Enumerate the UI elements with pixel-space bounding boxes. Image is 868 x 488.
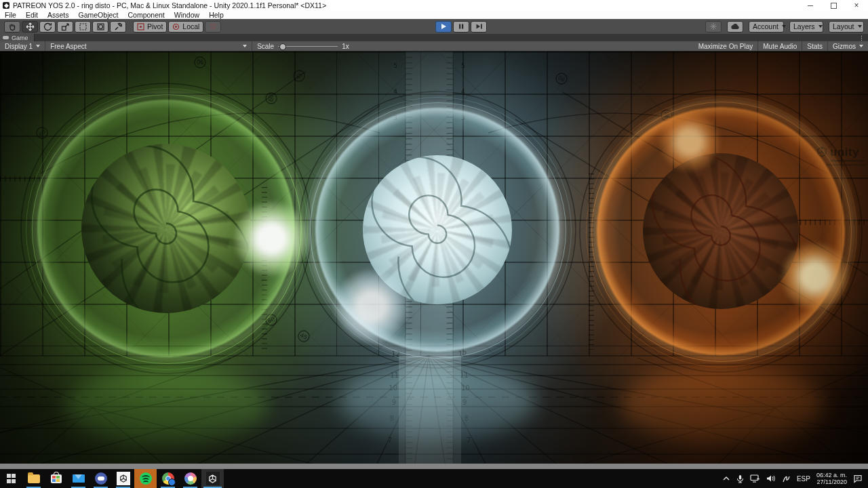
transform-tool-button[interactable]: [92, 21, 108, 33]
taskbar-mail[interactable]: [67, 469, 90, 488]
network-display-icon[interactable]: [750, 474, 760, 483]
wrench-icon: [114, 22, 123, 31]
rect-tool-button[interactable]: [75, 21, 91, 33]
hand-icon: [8, 22, 17, 31]
game-tab-label: Game: [12, 35, 28, 41]
scale-icon: [61, 22, 70, 31]
layout-label: Layout: [833, 22, 854, 30]
maximize-on-play-label: Maximize On Play: [698, 43, 753, 50]
cloud-button[interactable]: [727, 21, 743, 33]
windows-start-icon: [7, 474, 16, 483]
clock-date: 27/11/2020: [816, 479, 847, 485]
rect-icon: [79, 22, 87, 31]
window-title: PATREON YOS 2.0 - ring disto - PC, Mac &…: [13, 1, 326, 9]
pivot-toggle-button[interactable]: Pivot: [133, 21, 167, 33]
account-label: Account: [753, 22, 778, 30]
system-tray: ESP 06:42 a. m. 27/11/2020: [722, 469, 868, 488]
scale-tool-button[interactable]: [57, 21, 73, 33]
unity-toolbar: Pivot Local: [0, 19, 868, 35]
maximize-on-play-toggle[interactable]: Maximize On Play: [694, 41, 758, 51]
gizmos-dropdown[interactable]: Gizmos: [828, 41, 868, 51]
menu-bar: File Edit Assets GameObject Component Wi…: [0, 11, 868, 19]
chevron-down-icon: [36, 45, 40, 47]
taskbar-discord[interactable]: [90, 469, 112, 488]
mute-audio-toggle[interactable]: Mute Audio: [758, 41, 802, 51]
play-button[interactable]: [435, 21, 452, 33]
mail-icon: [73, 474, 85, 483]
file-explorer-icon: [28, 474, 40, 483]
step-icon: [475, 23, 483, 30]
clock[interactable]: 06:42 a. m. 27/11/2020: [816, 472, 847, 485]
game-viewport[interactable]: 5 5 4 4 3 3 12 12 11 11 10 10 9 9 8 8 7 …: [0, 52, 868, 464]
chrome-icon: [162, 472, 174, 485]
mute-audio-label: Mute Audio: [763, 43, 797, 50]
grid-snap-icon: [209, 22, 217, 30]
spotify-icon: [140, 472, 152, 485]
taskbar-spotify[interactable]: [134, 469, 157, 488]
taskbar-chrome[interactable]: [157, 469, 179, 488]
custom-tool-button[interactable]: [110, 21, 126, 33]
layers-dropdown[interactable]: Layers: [789, 21, 823, 33]
window-title-bar: PATREON YOS 2.0 - ring disto - PC, Mac &…: [0, 0, 868, 11]
hand-tool-button[interactable]: [4, 21, 20, 33]
menu-assets[interactable]: Assets: [43, 11, 74, 19]
pause-icon: [458, 23, 465, 30]
menu-file[interactable]: File: [0, 11, 21, 19]
display-dropdown[interactable]: Display 1: [0, 41, 45, 51]
menu-window[interactable]: Window: [170, 11, 204, 19]
paint-app-icon: [184, 472, 197, 485]
tab-menu-kebab[interactable]: ⋮: [859, 35, 868, 41]
windows-taskbar: ESP 06:42 a. m. 27/11/2020: [0, 469, 868, 488]
menu-help[interactable]: Help: [204, 11, 229, 19]
microphone-icon[interactable]: [736, 474, 744, 483]
aspect-dropdown-label: Free Aspect: [50, 43, 86, 50]
action-center-icon[interactable]: [853, 474, 863, 483]
scale-slider-track[interactable]: [278, 46, 338, 47]
chevron-down-icon: [818, 25, 823, 28]
taskbar-unity-editor[interactable]: [201, 469, 224, 488]
pause-button[interactable]: [453, 21, 469, 33]
stats-toggle[interactable]: Stats: [802, 41, 827, 51]
rotate-icon: [43, 22, 52, 31]
close-button[interactable]: ×: [845, 0, 868, 11]
restore-icon: [831, 3, 837, 9]
layout-dropdown[interactable]: Layout: [829, 21, 864, 33]
aspect-dropdown[interactable]: Free Aspect: [45, 41, 252, 51]
local-toggle-button[interactable]: Local: [168, 21, 203, 33]
menu-gameobject[interactable]: GameObject: [74, 11, 123, 19]
volume-icon[interactable]: [766, 474, 776, 483]
display-dropdown-label: Display 1: [5, 43, 33, 50]
scale-slider-handle[interactable]: [279, 43, 286, 50]
taskbar-microsoft-store[interactable]: [45, 469, 67, 488]
minimize-icon: [808, 5, 813, 6]
language-indicator[interactable]: ESP: [797, 475, 810, 483]
grid-snap-button: [205, 21, 221, 33]
cloud-icon: [730, 23, 740, 30]
discord-icon: [95, 472, 107, 485]
tray-expand-chevron[interactable]: [722, 475, 730, 482]
pen-app-icon[interactable]: [782, 474, 791, 483]
close-icon: ×: [854, 1, 859, 9]
tab-game[interactable]: Game: [0, 34, 35, 41]
restore-button[interactable]: [822, 0, 845, 11]
menu-component[interactable]: Component: [123, 11, 169, 19]
chevron-down-icon: [243, 45, 247, 47]
gamepad-icon: [3, 36, 9, 39]
taskbar-file-explorer[interactable]: [22, 469, 45, 488]
move-tool-button[interactable]: [22, 21, 38, 33]
rotate-tool-button[interactable]: [39, 21, 56, 33]
menu-edit[interactable]: Edit: [21, 11, 43, 19]
scale-control: Scale 1x: [252, 41, 354, 51]
transform-icon: [96, 22, 105, 31]
play-icon: [440, 23, 447, 30]
chevron-down-icon: [782, 25, 786, 28]
taskbar-paint-app[interactable]: [179, 469, 201, 488]
scale-label: Scale: [257, 43, 274, 50]
account-dropdown[interactable]: Account: [749, 21, 784, 33]
start-button[interactable]: [0, 469, 22, 488]
local-label: Local: [182, 22, 199, 30]
window-bottom-strip: [0, 464, 868, 469]
minimize-button[interactable]: [799, 0, 822, 11]
step-button[interactable]: [471, 21, 487, 33]
taskbar-unity-hub[interactable]: [112, 469, 134, 488]
